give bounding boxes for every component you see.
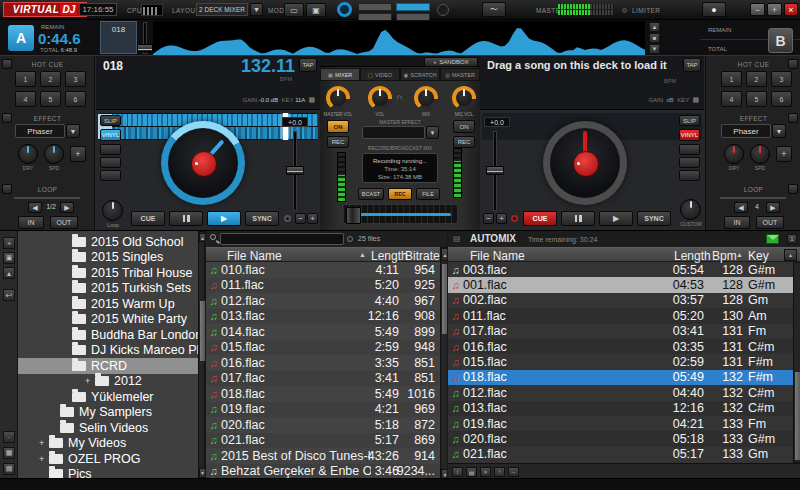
col-length[interactable]: Length bbox=[371, 249, 408, 263]
list-view-icon[interactable]: ▤ bbox=[3, 463, 15, 475]
mixer-right-rec-button[interactable]: REC bbox=[453, 136, 475, 148]
hot-cue-button[interactable]: 1 bbox=[15, 71, 36, 87]
deck-a-slip-button[interactable]: SLIP bbox=[100, 115, 121, 126]
file-row[interactable]: ♫2015 Best of Disco Tunes-I.flac43:26914 bbox=[206, 448, 440, 464]
wave-fit-icon[interactable]: ■ bbox=[649, 33, 660, 43]
deck-b-pause-button[interactable] bbox=[561, 211, 595, 226]
deck-b-vinyl-button[interactable]: VINYL bbox=[679, 129, 700, 141]
wave-zoom-in-icon[interactable]: ▲ bbox=[649, 22, 660, 32]
folder-view-icon[interactable]: ▣ bbox=[3, 252, 15, 264]
automix-row[interactable]: ♫020.flac05:18133G#m bbox=[448, 431, 793, 446]
effect-knob-2[interactable] bbox=[750, 144, 770, 164]
add-folder-icon[interactable]: + bbox=[3, 237, 15, 249]
hot-cue-button[interactable]: 5 bbox=[40, 91, 61, 107]
effect-knob-1[interactable] bbox=[724, 144, 744, 164]
repeat-icon[interactable]: ▤ bbox=[466, 467, 477, 477]
deck-b-pitch-plus-button[interactable]: + bbox=[496, 213, 507, 224]
tab-scratch[interactable]: ◉SCRATCH bbox=[400, 68, 440, 81]
minimize-button[interactable]: − bbox=[750, 3, 765, 16]
file-row[interactable]: ♫017.flac3:41851 bbox=[206, 371, 440, 387]
col-length[interactable]: Length bbox=[674, 249, 711, 263]
master-waveform[interactable] bbox=[153, 21, 645, 55]
close-button[interactable]: × bbox=[784, 3, 798, 16]
scroll-thumb[interactable] bbox=[794, 371, 800, 461]
mic-vol-knob[interactable] bbox=[452, 86, 476, 110]
up-level-icon[interactable]: ▲ bbox=[3, 267, 15, 279]
loop-half-button[interactable]: ◀ bbox=[734, 202, 748, 213]
file-row[interactable]: ♫013.flac12:16908 bbox=[206, 309, 440, 325]
folder-item[interactable]: 2015 Turkish Sets bbox=[18, 281, 198, 297]
loop-out-button[interactable]: OUT bbox=[756, 216, 784, 229]
master-effect-dropdown-icon[interactable]: ▼ bbox=[426, 126, 439, 139]
file-row[interactable]: ♫014.flac5:49899 bbox=[206, 324, 440, 340]
back-icon[interactable]: ↩ bbox=[3, 289, 15, 301]
loop-double-button[interactable]: ▶ bbox=[60, 202, 74, 213]
effect-dropdown-icon[interactable]: ▼ bbox=[772, 124, 786, 138]
master-vol-knob[interactable] bbox=[326, 86, 350, 110]
record-button[interactable]: ● bbox=[702, 2, 726, 17]
tab-master[interactable]: ◎MASTER bbox=[440, 68, 480, 81]
hot-cue-button[interactable]: 3 bbox=[771, 71, 792, 87]
headphone-vol-knob[interactable] bbox=[368, 86, 392, 110]
move-up-icon[interactable]: ↑ bbox=[494, 467, 505, 477]
automix-row[interactable]: ♫021.flac05:17133Gm bbox=[448, 447, 793, 462]
maximize-button[interactable]: + bbox=[767, 3, 782, 16]
automix-row[interactable]: ♫002.flac03:57128Gm bbox=[448, 293, 793, 308]
deck-b-pitch-minus-button[interactable]: − bbox=[483, 213, 494, 224]
file-row[interactable]: ♫010.flac4:11954 bbox=[206, 262, 440, 278]
folder-item[interactable]: 2015 Tribal House bbox=[18, 265, 198, 281]
hot-cue-button[interactable]: 2 bbox=[40, 71, 61, 87]
folder-item[interactable]: +My Videos bbox=[18, 436, 198, 452]
effect-add-button[interactable]: + bbox=[776, 146, 792, 162]
wave-view-buttons-2[interactable] bbox=[396, 3, 430, 17]
shuffle-icon[interactable]: ↕ bbox=[452, 467, 463, 477]
deck-a-pitch-minus-button[interactable]: − bbox=[295, 213, 306, 224]
col-file-name[interactable]: File Name bbox=[470, 249, 525, 263]
grid-view-icon[interactable]: ▦ bbox=[3, 447, 15, 459]
file-list-header[interactable]: File Name ▲ Length Bitrate bbox=[206, 247, 448, 262]
effect-knob-1[interactable] bbox=[18, 144, 38, 164]
expand-icon[interactable]: + bbox=[85, 376, 95, 386]
deck-a-play-button[interactable]: ▶ bbox=[207, 211, 241, 226]
file-row[interactable]: ♫015.flac2:59948 bbox=[206, 340, 440, 356]
deck-a-loop-knob[interactable] bbox=[102, 200, 123, 221]
master-effect-select[interactable] bbox=[362, 126, 425, 139]
hot-cue-button[interactable]: 5 bbox=[746, 91, 767, 107]
tab-video[interactable]: ▢VIDEO bbox=[360, 68, 400, 81]
automix-on-icon[interactable] bbox=[766, 234, 779, 244]
deck-b-jog-wheel[interactable] bbox=[543, 121, 627, 205]
file-row[interactable]: ♫012.flac4:40967 bbox=[206, 293, 440, 309]
automix-scrollbar[interactable] bbox=[793, 262, 800, 463]
folder-item[interactable]: Buddha Bar London-l bbox=[18, 327, 198, 343]
file-button[interactable]: FILE bbox=[416, 188, 440, 200]
crossfader[interactable] bbox=[342, 204, 458, 224]
folder-item[interactable]: 2015 Warm Up bbox=[18, 296, 198, 312]
expand-icon[interactable]: + bbox=[39, 454, 49, 464]
deck-a-pad-button[interactable] bbox=[100, 144, 121, 155]
playlist-icon[interactable]: ▤ bbox=[453, 234, 461, 243]
hot-cue-button[interactable]: 4 bbox=[721, 91, 742, 107]
loop-out-button[interactable]: OUT bbox=[50, 216, 78, 229]
grid-edit-icon[interactable]: ▦ bbox=[308, 96, 315, 103]
automix-row[interactable]: ♫017.flac03:41131Fm bbox=[448, 324, 793, 339]
automix-row[interactable]: ♫003.flac05:54128G#m bbox=[448, 262, 793, 277]
hot-cue-button[interactable]: 6 bbox=[771, 91, 792, 107]
rec-button[interactable]: REC bbox=[388, 188, 412, 200]
expand-icon[interactable]: + bbox=[39, 438, 49, 448]
effect-select[interactable]: Phaser bbox=[15, 124, 65, 138]
dot-icon[interactable]: · bbox=[3, 431, 15, 443]
folder-item[interactable]: My Samplers bbox=[18, 405, 198, 421]
loop-slider[interactable] bbox=[720, 197, 786, 199]
loop-in-button[interactable]: IN bbox=[724, 216, 750, 229]
file-row[interactable]: ♫020.flac5:18872 bbox=[206, 417, 440, 433]
deck-b-pad-button[interactable] bbox=[679, 157, 700, 168]
hot-cue-button[interactable]: 2 bbox=[746, 71, 767, 87]
col-key[interactable]: Key bbox=[748, 249, 769, 263]
automix-row[interactable]: ♫013.flac12:16132C#m bbox=[448, 401, 793, 416]
loop-double-button[interactable]: ▶ bbox=[766, 202, 780, 213]
automix-list-header[interactable]: File Name Length Bpm ▲ Key ▲ bbox=[448, 247, 800, 262]
folder-item[interactable]: Yüklemeler bbox=[18, 389, 198, 405]
effect-select[interactable]: Phaser bbox=[721, 124, 771, 138]
col-bpm[interactable]: Bpm bbox=[712, 249, 737, 263]
deck-a-jog-wheel[interactable] bbox=[161, 121, 245, 205]
